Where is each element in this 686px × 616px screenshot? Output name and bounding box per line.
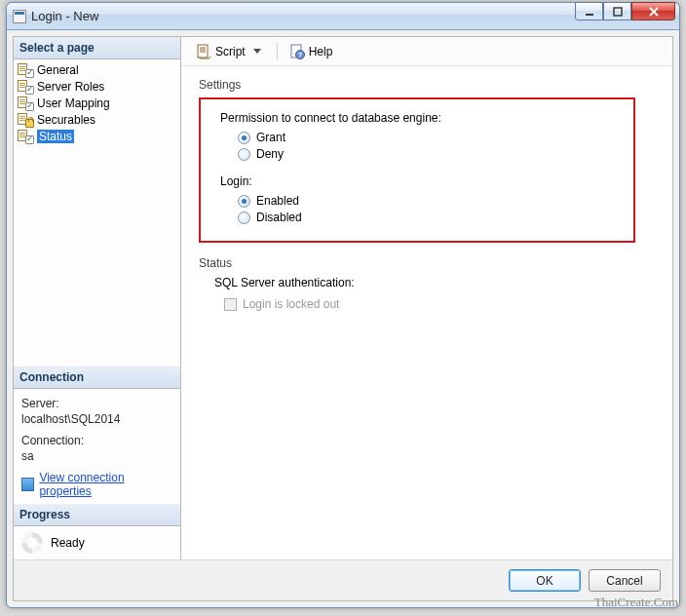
view-connection-properties-link[interactable]: View connection properties xyxy=(39,471,172,498)
sidebar-item-securables[interactable]: Securables xyxy=(14,111,180,128)
sidebar-item-label: User Mapping xyxy=(37,96,110,110)
watermark: ThaiCreate.Com xyxy=(594,595,678,610)
sidebar-item-general[interactable]: General xyxy=(14,61,180,78)
window-icon xyxy=(13,10,26,23)
radio-grant[interactable]: Grant xyxy=(238,131,618,144)
highlight-box: Permission to connect to database engine… xyxy=(199,97,635,243)
connection-properties-icon xyxy=(21,478,34,491)
page-icon xyxy=(18,63,33,77)
client-area: Select a page General Server Roles User … xyxy=(13,36,673,601)
progress-ring-icon xyxy=(21,532,43,554)
page-list: General Server Roles User Mapping Secura… xyxy=(14,59,180,146)
sidebar-item-status[interactable]: Status xyxy=(14,128,180,144)
server-value: localhost\SQL2014 xyxy=(21,412,172,426)
radio-label: Deny xyxy=(256,147,284,161)
permission-label: Permission to connect to database engine… xyxy=(220,111,618,125)
main-pane: Script ? Help Settings Permission to con… xyxy=(181,37,672,559)
close-button[interactable] xyxy=(631,2,675,20)
toolbar-separator xyxy=(277,43,278,60)
script-button[interactable]: Script xyxy=(191,41,270,62)
radio-deny[interactable]: Deny xyxy=(238,147,618,161)
script-label: Script xyxy=(215,45,246,58)
dialog-buttons: OK Cancel xyxy=(14,559,672,600)
sidebar-item-user-mapping[interactable]: User Mapping xyxy=(14,95,180,111)
radio-enabled[interactable]: Enabled xyxy=(238,194,618,208)
sidebar-item-label: Status xyxy=(37,130,74,143)
ok-button[interactable]: OK xyxy=(509,569,581,592)
connection-block: Server: localhost\SQL2014 Connection: sa… xyxy=(14,389,180,504)
minimize-button[interactable] xyxy=(575,2,603,20)
sidebar: Select a page General Server Roles User … xyxy=(14,37,181,559)
help-button[interactable]: ? Help xyxy=(285,41,338,62)
connection-heading: Connection xyxy=(14,366,180,389)
locked-out-label: Login is locked out xyxy=(243,297,339,311)
page-icon xyxy=(18,130,33,143)
svg-rect-1 xyxy=(614,8,622,16)
chevron-down-icon xyxy=(253,49,261,54)
radio-icon xyxy=(238,212,250,224)
settings-heading: Settings xyxy=(199,78,655,92)
sidebar-item-label: Securables xyxy=(37,113,95,127)
checkbox-icon xyxy=(224,298,237,311)
radio-icon xyxy=(238,132,250,144)
locked-out-checkbox: Login is locked out xyxy=(224,297,655,311)
titlebar[interactable]: Login - New xyxy=(7,3,679,30)
status-heading: Status xyxy=(199,256,655,270)
sidebar-item-label: General xyxy=(37,63,79,77)
progress-heading: Progress xyxy=(14,504,180,526)
connection-label: Connection: xyxy=(21,434,172,447)
page-icon xyxy=(18,80,33,94)
radio-label: Disabled xyxy=(256,211,302,224)
cancel-button[interactable]: Cancel xyxy=(589,569,661,592)
radio-icon xyxy=(238,195,250,208)
help-icon: ? xyxy=(289,44,305,59)
connection-value: sa xyxy=(21,449,172,463)
radio-icon xyxy=(238,148,250,161)
dialog-window: Login - New Select a page General xyxy=(6,2,680,608)
page-icon xyxy=(18,113,33,127)
radio-disabled[interactable]: Disabled xyxy=(238,211,618,224)
toolbar: Script ? Help xyxy=(181,37,672,66)
progress-block: Ready xyxy=(14,526,180,559)
script-icon xyxy=(196,44,211,59)
svg-text:?: ? xyxy=(298,52,302,58)
page-icon xyxy=(18,96,33,110)
window-title: Login - New xyxy=(31,9,98,23)
select-page-heading: Select a page xyxy=(14,37,180,59)
auth-label: SQL Server authentication: xyxy=(214,276,655,289)
sidebar-item-server-roles[interactable]: Server Roles xyxy=(14,78,180,95)
radio-label: Enabled xyxy=(256,194,299,208)
radio-label: Grant xyxy=(256,131,286,144)
login-label: Login: xyxy=(220,174,618,188)
maximize-button[interactable] xyxy=(603,2,631,20)
server-label: Server: xyxy=(21,397,172,410)
progress-status: Ready xyxy=(51,536,85,550)
svg-rect-0 xyxy=(586,14,593,16)
help-label: Help xyxy=(309,45,333,58)
sidebar-item-label: Server Roles xyxy=(37,80,104,94)
content-area: Settings Permission to connect to databa… xyxy=(181,66,672,559)
